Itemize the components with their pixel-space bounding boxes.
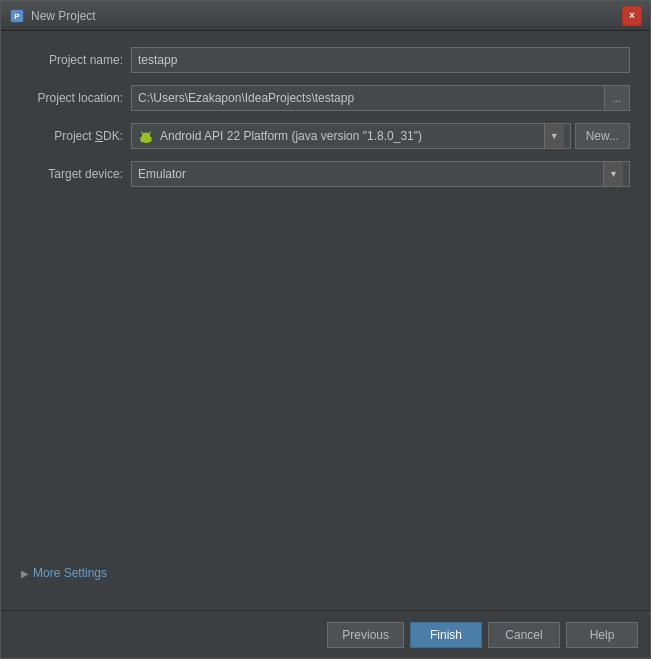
target-device-dropdown[interactable]: Emulator ▼ xyxy=(131,161,630,187)
project-sdk-row: Project SDK: xyxy=(21,123,630,149)
more-settings-label: More Settings xyxy=(33,566,107,580)
close-button[interactable]: × xyxy=(622,6,642,26)
content-spacer xyxy=(21,199,630,560)
project-location-field: ... xyxy=(131,85,630,111)
project-location-input[interactable] xyxy=(131,85,604,111)
previous-button[interactable]: Previous xyxy=(327,622,404,648)
cancel-button[interactable]: Cancel xyxy=(488,622,560,648)
svg-text:P: P xyxy=(14,12,20,21)
close-icon: × xyxy=(629,10,635,21)
new-project-dialog: P New Project × Project name: Project lo… xyxy=(0,0,651,659)
sdk-value-text: Android API 22 Platform (java version "1… xyxy=(160,129,422,143)
new-sdk-button[interactable]: New... xyxy=(575,123,630,149)
sdk-dropdown-arrow: ▼ xyxy=(544,124,564,148)
project-sdk-label: Project SDK: xyxy=(21,129,131,143)
help-button[interactable]: Help xyxy=(566,622,638,648)
project-name-row: Project name: xyxy=(21,47,630,73)
svg-line-6 xyxy=(142,132,144,134)
android-icon xyxy=(138,128,154,144)
project-location-row: Project location: ... xyxy=(21,85,630,111)
project-name-input[interactable] xyxy=(131,47,630,73)
dialog-title: New Project xyxy=(31,9,622,23)
form-content: Project name: Project location: ... Proj… xyxy=(1,31,650,610)
sdk-selector-area: Android API 22 Platform (java version "1… xyxy=(131,123,630,149)
title-bar: P New Project × xyxy=(1,1,650,31)
more-settings-arrow-icon: ▶ xyxy=(21,568,29,579)
more-settings-toggle[interactable]: ▶ More Settings xyxy=(21,560,630,586)
svg-point-8 xyxy=(142,133,150,139)
target-device-arrow: ▼ xyxy=(603,162,623,186)
browse-button[interactable]: ... xyxy=(604,85,630,111)
sdk-select-dropdown[interactable]: Android API 22 Platform (java version "1… xyxy=(131,123,571,149)
project-name-label: Project name: xyxy=(21,53,131,67)
target-device-label: Target device: xyxy=(21,167,131,181)
dialog-footer: Previous Finish Cancel Help xyxy=(1,610,650,658)
project-location-label: Project location: xyxy=(21,91,131,105)
target-device-row: Target device: Emulator ▼ xyxy=(21,161,630,187)
finish-button[interactable]: Finish xyxy=(410,622,482,648)
sdk-select-text: Android API 22 Platform (java version "1… xyxy=(138,128,544,144)
svg-line-7 xyxy=(149,132,151,134)
dialog-icon: P xyxy=(9,8,25,24)
target-device-value: Emulator xyxy=(138,167,603,181)
